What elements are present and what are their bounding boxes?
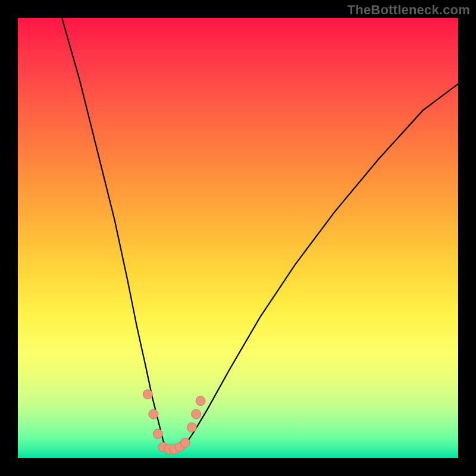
marker-dot bbox=[143, 390, 152, 399]
marker-dot bbox=[180, 438, 190, 447]
bottleneck-curve bbox=[62, 18, 458, 452]
outer-frame: TheBottleneck.com bbox=[0, 0, 476, 476]
marker-dot bbox=[149, 409, 158, 419]
watermark-text: TheBottleneck.com bbox=[347, 2, 470, 18]
chart-svg bbox=[18, 18, 458, 458]
gradient-plot-area bbox=[18, 18, 458, 458]
marker-dot bbox=[196, 396, 205, 406]
marker-dot bbox=[187, 422, 196, 432]
marker-dot bbox=[192, 409, 201, 419]
marker-dot bbox=[153, 429, 162, 439]
